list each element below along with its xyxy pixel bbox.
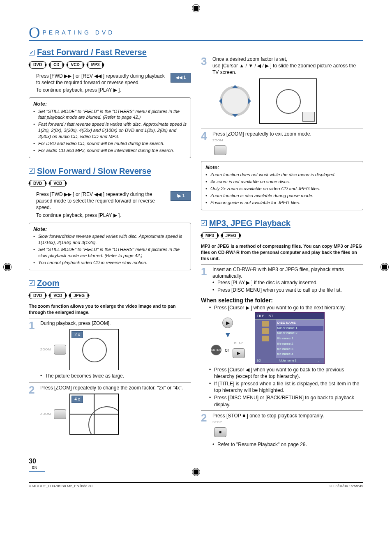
sfr-note-box: Note: Slow forward/slow reverse speed va… xyxy=(29,223,191,270)
printer-mark-dot xyxy=(194,470,198,474)
zoom-step-1: 1 During playback, press [ZOOM]. ZOOM 2 … xyxy=(29,318,191,380)
note-item: You cannot playback video CD in reverse … xyxy=(33,260,187,266)
ffr-note-list: Set "STILL MODE" to "FIELD" in the "OTHE… xyxy=(33,108,187,154)
remote-button-label: PLAY xyxy=(234,341,243,346)
mp3-step2-text: Press [STOP ■ ] once to stop playback te… xyxy=(212,412,363,419)
sfr-heading-row: ✓ Slow Forward / Slow Reverse xyxy=(29,166,191,177)
pan-guide-icon xyxy=(302,112,315,122)
printer-mark-top xyxy=(192,4,200,12)
remote-button-label: ZOOM xyxy=(40,412,51,417)
filelist-footer: 1/2 folder name 1 - - : - - xyxy=(255,358,324,363)
remote-zoom-button-block: ZOOM xyxy=(212,137,363,157)
filelist-row: folder name 2 xyxy=(277,331,323,336)
sfr-text-2: To continue playback, press [PLAY ▶ ]. xyxy=(36,212,191,219)
media-pill: JPEG xyxy=(221,232,241,240)
remote-button-label: ZOOM xyxy=(40,348,51,352)
file-list-osd: FILE LIST DISC NAME folder name 1 folder… xyxy=(255,312,325,364)
folder-icon xyxy=(262,321,269,327)
note-item: 4x zoom is not available on some discs. xyxy=(205,179,359,185)
print-footer: A74GCUE_LD370SS8 M2_EN.indd 30 2008/04/0… xyxy=(29,482,363,488)
ffr-heading-row: ✓ Fast Forward / Fast Reverse xyxy=(29,47,191,58)
media-pill: JPEG xyxy=(69,292,89,299)
zoom-step2-text: Press [ZOOM] repeatedly to change the zo… xyxy=(40,385,191,391)
filelist-row: file name 4 xyxy=(277,352,323,357)
zoom-note-box: Note: Zoom function does not work while … xyxy=(201,161,363,210)
filelist-footer-left: 1/2 xyxy=(257,359,261,362)
sfr-pills: DVD VCD xyxy=(29,180,191,187)
ffr-pills: DVD CD VCD MP3 xyxy=(29,61,191,69)
zoom-step1-text: During playback, press [ZOOM]. xyxy=(40,320,191,327)
filelist-header: FILE LIST xyxy=(255,313,324,320)
filelist-row: file name 2 xyxy=(277,341,323,347)
note-item: Zoom function does not work while the di… xyxy=(205,172,359,178)
zoom-title: Zoom xyxy=(37,278,59,289)
zoom-illustration-2x: 2 x xyxy=(69,329,119,370)
mp3-step2-bullet: Refer to "Resume Playback" on page 29. xyxy=(212,441,363,448)
filelist-footer-right: - - : - - xyxy=(315,359,323,362)
zoom-pills: DVD VCD JPEG xyxy=(29,292,191,299)
illust-tag: 2 x xyxy=(71,331,83,339)
column-left: ✓ Fast Forward / Fast Reverse DVD CD VCD… xyxy=(29,44,191,449)
mp3-step-1: 1 Insert an CD-RW/-R with MP3 or JPEG fi… xyxy=(201,264,363,295)
step-number: 2 xyxy=(201,412,209,449)
step-number: 3 xyxy=(201,56,209,126)
mp3-flow-row: ▶ ▼ ENTER or PLAY ▶ FILE LIST xyxy=(209,312,363,364)
zoom-step-3: 3 Once a desired zoom factor is set, use… xyxy=(201,54,363,126)
printer-mark-left xyxy=(3,263,12,271)
check-icon: ✓ xyxy=(29,168,35,174)
sfr-body: I▶ 1 Press [FWD ▶▶ ] or [REV ◀◀ ] repeat… xyxy=(36,191,191,219)
printer-mark-dot xyxy=(194,6,198,11)
mp3-sub-bullet: Press [DISC MENU] or [BACK/RETURN] to go… xyxy=(209,394,363,408)
mp3-sub-bullet: Press [Cursor ◀ ] when you want to go ba… xyxy=(209,366,363,380)
remote-button-label: ZOOM xyxy=(212,138,223,143)
remote-zoom-button-block: ZOOM xyxy=(40,343,68,356)
folder-icon xyxy=(262,328,269,334)
media-pill: MP3 xyxy=(201,232,219,240)
mp3-step1-bullet: Press [DISC MENU] when you want to call … xyxy=(212,287,363,293)
ffr-text-2: To continue playback, press [PLAY ▶ ]. xyxy=(36,87,191,93)
column-right: 3 Once a desired zoom factor is set, use… xyxy=(201,44,363,449)
illust-face-icon xyxy=(276,89,301,114)
filelist-row: file name 1 xyxy=(277,336,323,341)
filelist-side-icons xyxy=(255,320,276,358)
folder-icon xyxy=(262,336,269,341)
ffr-text-1: Press [FWD ▶▶ ] or [REV ◀◀ ] repeatedly … xyxy=(36,73,191,86)
media-pill: VCD xyxy=(49,292,67,299)
zoom-step1-result-list: The picture becomes twice as large. xyxy=(40,373,191,379)
mp3-sub-bullet: Press [Cursor ▶ ] when you want to go to… xyxy=(209,304,363,311)
note-item: Only 2x zoom is available on video CD an… xyxy=(205,186,359,192)
note-item: For DVD and video CD, sound will be mute… xyxy=(33,140,187,147)
cursor-right-button: ▶ xyxy=(222,318,233,328)
arrow-left-icon xyxy=(216,98,222,104)
mp3-step-2: 2 Press [STOP ■ ] once to stop playback … xyxy=(201,410,363,449)
media-pill: MP3 xyxy=(87,61,104,69)
illust-face-icon xyxy=(82,338,107,362)
step-number: 1 xyxy=(201,266,209,295)
media-pill: CD xyxy=(49,61,64,69)
zoom-illustration-4x: 4 x xyxy=(69,394,119,435)
remote-zoom-button xyxy=(214,145,226,155)
dpad-illustration xyxy=(217,83,254,120)
filelist-row: folder name 1 xyxy=(277,326,323,331)
note-item: Fast forward / fast reverse speed is var… xyxy=(33,121,187,140)
printer-mark-dot xyxy=(5,265,10,269)
printer-mark-bottom xyxy=(192,468,200,476)
remote-zoom-button xyxy=(54,345,66,355)
filelist-body: DISC NAME folder name 1 folder name 2 fi… xyxy=(276,320,324,358)
mp3-sub-bullet: If [TITLE] is pressed when a file list i… xyxy=(209,380,363,394)
note-item: Set "STILL MODE" to "FIELD" in the "OTHE… xyxy=(33,108,187,121)
footer-filename: A74GCUE_LD370SS8 M2_EN.indd 30 xyxy=(29,484,92,488)
arrow-up-icon xyxy=(232,82,238,88)
section-title: PERATING DVD xyxy=(42,29,115,37)
check-icon: ✓ xyxy=(29,280,35,286)
mp3-sub-bullets-2: Press [Cursor ◀ ] when you want to go ba… xyxy=(209,366,363,408)
media-pill: DVD xyxy=(29,180,46,187)
arrow-right-icon xyxy=(248,98,254,104)
or-label: or xyxy=(225,347,229,353)
mp3-title: MP3, JPEG Playback xyxy=(209,218,291,229)
check-icon: ✓ xyxy=(29,50,35,55)
zoom-step-4: 4 Press [ZOOM] repeatedly to exit zoom m… xyxy=(201,129,363,157)
media-pill: DVD xyxy=(29,61,46,69)
remote-zoom-button-block: ZOOM xyxy=(40,408,68,421)
filelist-title: DISC NAME xyxy=(277,320,323,326)
